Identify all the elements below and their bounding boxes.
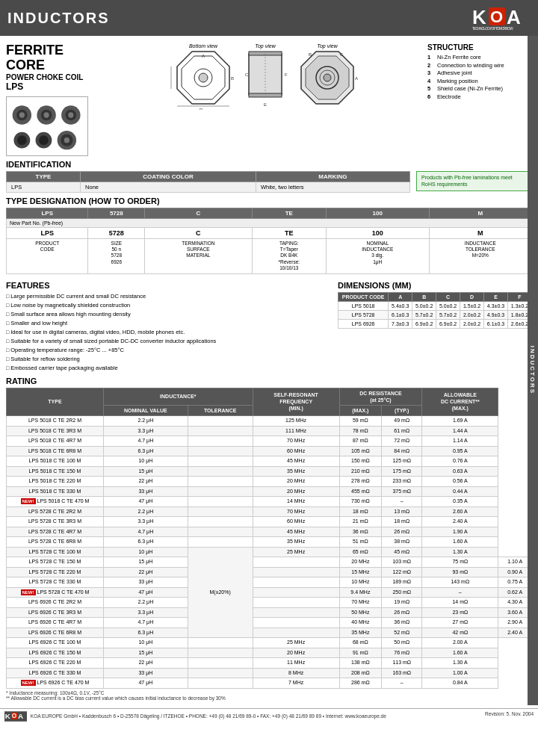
dim-value: 5.0±0.2 [436, 301, 460, 310]
structure-num: 6 [427, 93, 435, 102]
rating-tolerance [188, 466, 253, 477]
rating-dc-max: 250 mΩ [382, 587, 422, 598]
id-val-type: LPS [7, 182, 81, 192]
rating-dc-max: 68 mΩ [339, 638, 382, 648]
td-val-m: M [429, 227, 532, 238]
rating-dc-typ: 23 mΩ [422, 607, 498, 618]
rating-srf: 35 MHz [339, 628, 382, 638]
rating-dc-max: 730 mΩ [339, 497, 382, 507]
product-series: LPS [6, 81, 103, 92]
rating-type: LPS 5728 C TE 6R8 M [7, 537, 104, 548]
td-val-te: TE [252, 227, 326, 238]
svg-text:D: D [200, 108, 203, 110]
rating-type: NEW!LPS 5728 C TE 470 M [7, 587, 104, 598]
rating-tolerance [188, 517, 253, 527]
rating-dc-typ: 13 mΩ [382, 506, 422, 517]
product-title: FERRITE CORE [6, 43, 103, 73]
rating-type: LPS 6926 C TE 100 M [7, 638, 104, 648]
table-row: LPS 5728 C TE 330 M33 μH10 MHz189 mΩ143 … [7, 577, 532, 588]
td-col-lps: LPS [7, 208, 88, 218]
rating-dc-typ: 76 mΩ [382, 648, 422, 658]
svg-text:K: K [472, 6, 486, 28]
id-val-coating: None [81, 182, 256, 192]
rating-tolerance [188, 456, 253, 467]
rating-type: LPS 6926 C TE 4R7 M [7, 618, 104, 628]
rating-srf: 70 MHz [253, 506, 339, 517]
structure-item: 3Adhesive joint [427, 69, 532, 78]
structure-num: 1 [427, 54, 435, 62]
table-row: LPS 5018 C TE 3R3 M3.3 μH111 MHz78 mΩ61 … [7, 426, 532, 436]
structure-title: STRUCTURE [427, 43, 532, 52]
svg-point-14 [68, 112, 73, 117]
table-row: LPS 5018 C TE 6R8 M6.3 μH60 MHz105 mΩ84 … [7, 446, 532, 456]
rating-notes: * Inductance measuring: 100±4Ω, 0.1V, -2… [6, 690, 532, 701]
svg-point-16 [17, 135, 27, 145]
structure-text: Adhesive joint [437, 69, 472, 78]
rating-dc-typ: 75 mΩ [422, 557, 498, 568]
rating-type: LPS 5728 C TE 100 M [7, 547, 104, 557]
dim-col-header: A [389, 292, 412, 301]
rating-dc-current: 0.95 A [422, 446, 498, 456]
td-sub-lps: PRODUCTCODE [7, 238, 88, 273]
rating-note2: ** Allowable DC current is a DC bias cur… [6, 695, 532, 701]
svg-point-11 [43, 112, 49, 117]
svg-point-42 [324, 74, 331, 81]
product-images [6, 96, 88, 156]
rating-inductance: 22 μH [104, 477, 188, 487]
rating-dc-current: 3.60 A [498, 607, 532, 618]
two-column-section: FEATURES Large permissible DC current an… [6, 277, 532, 373]
table-row: NEW!LPS 5018 C TE 470 M47 μH14 MHz730 mΩ… [7, 497, 532, 507]
rating-tolerance [253, 618, 339, 628]
td-col-5728: 5728 [88, 208, 145, 218]
td-val-c: C [145, 227, 253, 238]
logo-text: K O A TECHNOLOGY OF TOMORROW [471, 4, 531, 31]
svg-text:B: B [231, 76, 234, 81]
col-dctyp-header: (TYP.) [382, 405, 422, 415]
rating-dc-typ: 163 mΩ [382, 668, 422, 678]
page-header: INDUCTORS K O A TECHNOLOGY OF TOMORROW [0, 0, 538, 36]
rating-section: RATING TYPE INDUCTANCE* SELF-RESONANTFRE… [6, 377, 532, 701]
rating-tolerance [188, 436, 253, 447]
svg-text:A: A [18, 712, 23, 720]
footer-company-text: KOA EUROPE GmbH • Kaddenbusch 6 • D-2557… [31, 713, 386, 718]
rating-dc-typ: 49 mΩ [382, 416, 422, 427]
rating-srf: 60 MHz [253, 446, 339, 456]
table-row: LPS 5728 C TE 4R7 M4.7 μH45 MHz36 mΩ26 m… [7, 527, 532, 537]
rating-dc-max: 286 mΩ [339, 678, 382, 689]
feature-item: Embossed carrier tape packaging availabl… [6, 364, 332, 373]
svg-text:K: K [5, 712, 10, 720]
structure-item: 6Electrode [427, 93, 532, 102]
col-nominal-header: NOMINAL VALUE [104, 405, 188, 415]
td-sub-size: SIZE50 n57286926 [88, 238, 145, 273]
rating-tolerance [188, 638, 253, 648]
rating-dc-typ: – [382, 497, 422, 507]
structure-text: Electrode [437, 93, 461, 102]
td-val-5728: 5728 [88, 227, 145, 238]
rating-type: LPS 6926 C TE 330 M [7, 668, 104, 678]
rating-type: LPS 6926 C TE 2R2 M [7, 598, 104, 608]
rohs-notice: Products with Pb-free laminations meet R… [416, 171, 532, 192]
rating-type: LPS 6926 C TE 6R8 M [7, 628, 104, 638]
rating-dc-current: 0.56 A [422, 477, 498, 487]
rating-dc-current: 1.00 A [422, 668, 498, 678]
rating-type: LPS 5018 C TE 220 M [7, 477, 104, 487]
rating-inductance: 22 μH [104, 567, 188, 577]
identification-title: IDENTIFICATION [6, 160, 532, 169]
structure-num: 5 [427, 85, 435, 93]
rating-dc-current: 0.75 A [498, 577, 532, 588]
rating-type: LPS 6926 C TE 220 M [7, 658, 104, 669]
rating-dc-typ: 42 mΩ [422, 628, 498, 638]
rating-type: LPS 5728 C TE 4R7 M [7, 527, 104, 537]
rating-dc-max: 26 mΩ [382, 607, 422, 618]
rating-srf: 70 MHz [339, 598, 382, 608]
company-logo: K O A TECHNOLOGY OF TOMORROW [471, 4, 531, 31]
rating-dc-typ: 18 mΩ [382, 517, 422, 527]
rating-dc-typ: 84 mΩ [382, 446, 422, 456]
rating-tolerance [188, 678, 253, 689]
table-row: LPS 5018 C TE 150 M15 μH35 MHz210 mΩ175 … [7, 466, 532, 477]
rating-type: LPS 5728 C TE 220 M [7, 567, 104, 577]
rating-dc-typ: 26 mΩ [382, 527, 422, 537]
rating-srf: 40 MHz [339, 618, 382, 628]
features-title: FEATURES [6, 281, 332, 290]
rating-inductance: 22 μH [104, 658, 188, 669]
